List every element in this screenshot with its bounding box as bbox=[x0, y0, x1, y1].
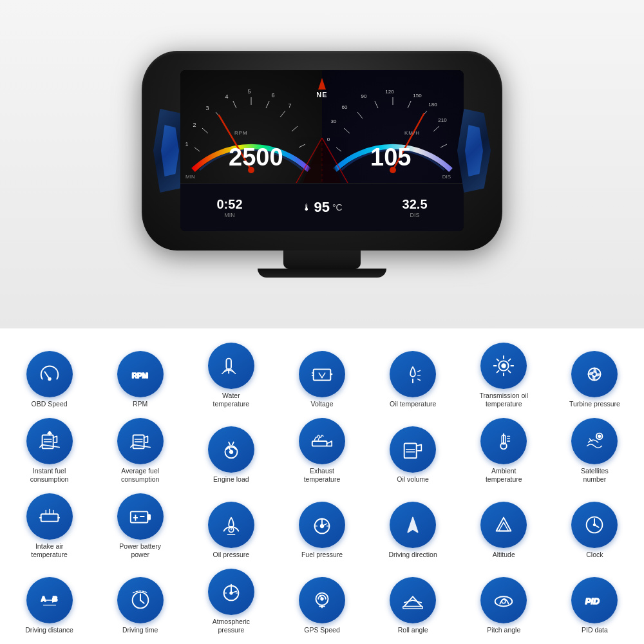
feature-item-altitude: Altitude bbox=[461, 492, 547, 562]
svg-rect-51 bbox=[226, 358, 231, 369]
feature-item-water-temp: Water temperature bbox=[188, 341, 274, 412]
svg-point-64 bbox=[502, 364, 506, 368]
svg-text:5: 5 bbox=[247, 88, 251, 95]
device-screen: 1 2 3 4 5 6 7 RPM bbox=[180, 70, 464, 231]
svg-marker-118 bbox=[497, 518, 511, 531]
svg-line-0 bbox=[194, 147, 200, 151]
svg-line-29 bbox=[440, 144, 447, 147]
rpm-icon-circle: RPM bbox=[117, 351, 164, 397]
svg-text:150: 150 bbox=[413, 93, 422, 99]
svg-point-145 bbox=[495, 597, 513, 607]
oil-volume-label: Oil volume bbox=[397, 475, 429, 484]
temp-display: 🌡 95 °C bbox=[302, 199, 342, 216]
svg-line-5 bbox=[266, 101, 269, 108]
feature-item-driving-distance: ABDriving distance bbox=[6, 567, 92, 638]
oil-volume-icon-circle bbox=[390, 426, 436, 473]
pitch-angle-icon-circle bbox=[480, 577, 527, 623]
feature-item-voltage: Voltage bbox=[279, 341, 365, 412]
svg-line-60 bbox=[418, 371, 421, 372]
svg-point-135 bbox=[230, 592, 232, 594]
transmission-oil-temp-label: Transmission oil temperature bbox=[478, 392, 529, 409]
obd-speed-icon-circle bbox=[26, 351, 73, 397]
oil-pressure-label: Oil pressure bbox=[213, 551, 250, 560]
feature-item-engine-load: Engine load bbox=[188, 417, 274, 487]
avg-fuel-icon-circle bbox=[117, 418, 164, 464]
svg-rect-86 bbox=[312, 441, 327, 446]
temp-value: 95 bbox=[314, 199, 329, 216]
feature-item-intake-air: Intake air temperature bbox=[6, 492, 92, 562]
feature-item-fuel-pressure: Fuel pressure bbox=[279, 492, 365, 562]
power-battery-label: Power battery power bbox=[115, 542, 166, 560]
svg-text:2: 2 bbox=[193, 122, 196, 128]
svg-text:6: 6 bbox=[271, 92, 274, 99]
instant-fuel-label: Instant fuel consumption bbox=[24, 467, 75, 484]
power-battery-icon-circle bbox=[117, 493, 164, 540]
feature-item-exhaust-temp: Exhaust temperature bbox=[279, 417, 365, 487]
rpm-label: RPM bbox=[133, 400, 147, 409]
svg-line-24 bbox=[375, 101, 378, 108]
device-wrapper: 1 2 3 4 5 6 7 RPM bbox=[142, 51, 502, 278]
svg-point-49 bbox=[48, 378, 51, 381]
svg-line-68 bbox=[509, 370, 511, 372]
right-vent bbox=[457, 109, 491, 193]
oil-temp-icon-circle bbox=[390, 351, 436, 397]
svg-text:120: 120 bbox=[385, 89, 394, 95]
svg-marker-79 bbox=[48, 431, 52, 434]
fuel-pressure-label: Fuel pressure bbox=[301, 551, 343, 560]
pid-data-label: PID data bbox=[582, 626, 608, 635]
svg-text:RPM: RPM bbox=[234, 130, 248, 136]
turbine-pressure-label: Turbine pressure bbox=[569, 400, 620, 409]
svg-text:90: 90 bbox=[361, 93, 367, 99]
feature-item-avg-fuel: Average fuel consumption bbox=[97, 417, 183, 487]
svg-point-123 bbox=[594, 524, 596, 526]
svg-text:3: 3 bbox=[205, 105, 209, 111]
turbine-pressure-icon-circle bbox=[571, 351, 618, 397]
driving-distance-icon-circle: AB bbox=[26, 577, 73, 623]
feature-item-ambient-temp: Ambient temperature bbox=[461, 417, 547, 487]
temp-unit: °C bbox=[332, 202, 343, 213]
svg-point-97 bbox=[598, 435, 601, 437]
svg-line-1 bbox=[202, 128, 208, 133]
svg-marker-117 bbox=[408, 518, 418, 533]
svg-rect-53 bbox=[314, 370, 331, 381]
svg-text:DIS: DIS bbox=[442, 174, 451, 180]
altitude-icon-circle bbox=[480, 502, 527, 548]
avg-fuel-label: Average fuel consumption bbox=[115, 467, 166, 484]
svg-text:PID: PID bbox=[585, 596, 600, 606]
svg-line-28 bbox=[433, 126, 439, 131]
feature-item-pid-data: PIDPID data bbox=[552, 567, 638, 638]
compass-label: NE bbox=[316, 91, 327, 99]
feature-item-transmission-oil-temp: Transmission oil temperature bbox=[461, 341, 547, 412]
svg-point-85 bbox=[229, 451, 232, 454]
ambient-temp-icon-circle bbox=[480, 418, 527, 464]
svg-point-141 bbox=[321, 598, 323, 601]
svg-line-6 bbox=[280, 111, 285, 117]
driving-time-icon-circle bbox=[117, 577, 164, 623]
exhaust-temp-icon-circle bbox=[299, 418, 345, 464]
svg-line-70 bbox=[497, 370, 499, 372]
feature-item-oil-temp: Oil temperature bbox=[370, 341, 456, 412]
svg-text:210: 210 bbox=[438, 117, 447, 123]
oil-pressure-icon-circle bbox=[208, 502, 254, 548]
svg-text:180: 180 bbox=[428, 102, 437, 108]
roll-angle-icon-circle bbox=[390, 577, 436, 623]
atm-pressure-icon-circle bbox=[208, 569, 254, 615]
svg-line-26 bbox=[408, 101, 411, 108]
feature-item-oil-pressure: Oil pressure bbox=[188, 492, 274, 562]
feature-item-rpm: RPMRPM bbox=[97, 341, 183, 412]
device-body: 1 2 3 4 5 6 7 RPM bbox=[142, 51, 502, 251]
svg-text:KM/H: KM/H bbox=[404, 130, 420, 136]
svg-point-146 bbox=[502, 600, 506, 603]
transmission-oil-temp-icon-circle bbox=[480, 343, 527, 389]
satellites-icon-circle bbox=[571, 418, 618, 464]
features-section: OBD SpeedRPMRPMWater temperatureVoltageO… bbox=[0, 328, 644, 644]
time-value: 0:52 bbox=[216, 197, 242, 212]
svg-line-58 bbox=[322, 373, 325, 378]
feature-item-clock: Clock bbox=[552, 492, 638, 562]
svg-text:MIN: MIN bbox=[185, 174, 195, 180]
feature-item-obd-speed: OBD Speed bbox=[6, 341, 92, 412]
svg-line-131 bbox=[140, 600, 144, 603]
altitude-label: Altitude bbox=[493, 551, 515, 560]
svg-line-62 bbox=[418, 379, 421, 381]
driving-distance-label: Driving distance bbox=[25, 626, 73, 635]
